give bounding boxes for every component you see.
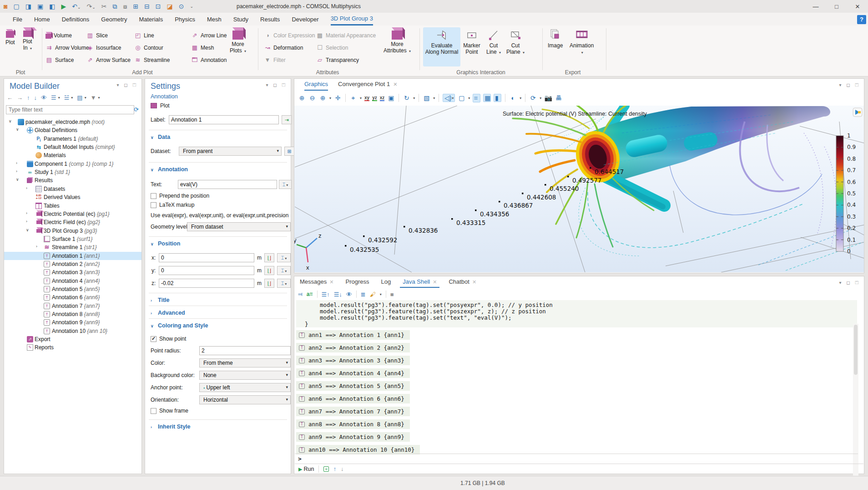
highlight-icon[interactable]: ◪	[167, 3, 173, 10]
scroll-down-icon[interactable]: ☰↓	[334, 291, 342, 298]
command-list-icon[interactable]: ≡	[323, 466, 328, 472]
camera-icon[interactable]: ▣	[387, 94, 395, 102]
history-up-icon[interactable]: ↑	[333, 466, 336, 472]
paste-icon[interactable]: ⧇	[123, 3, 127, 10]
expand-icon[interactable]: ☰	[51, 94, 56, 101]
ribbon-streamline[interactable]: ≋Streamline	[134, 56, 170, 63]
menu-home[interactable]: Home	[34, 16, 50, 23]
dataset-new-icon[interactable]: ⊞	[284, 147, 294, 156]
run-icon[interactable]: ▶	[61, 3, 66, 10]
tree-item-export[interactable]: ⬀Export	[4, 335, 141, 343]
tree-item-component-1[interactable]: ›Component 1 (comp 1) {comp 1}	[4, 160, 141, 168]
tree-item-parameters-1[interactable]: PiParameters 1 {default}	[4, 135, 141, 143]
unit-system-icon[interactable]: ⌶▾	[277, 266, 291, 275]
compact-output-icon[interactable]: ⫤	[298, 291, 303, 298]
copy-icon[interactable]: ⧉	[112, 3, 117, 10]
close-button[interactable]: ✕	[847, 0, 868, 13]
tree-item-annotation-4[interactable]: TAnnotation 4 {ann4}	[4, 277, 141, 285]
latex-markup-checkbox[interactable]: LaTeX markup	[151, 202, 194, 208]
tree-item-tables[interactable]: Tables	[4, 202, 141, 210]
open-file-icon[interactable]: ◨	[25, 3, 31, 10]
ribbon-transparency[interactable]: ▱Transparency	[316, 56, 359, 63]
delete-icon[interactable]: ⊟	[144, 3, 150, 10]
view-xy-icon[interactable]: xy	[364, 95, 369, 101]
show-grid-icon[interactable]: ▦	[483, 94, 491, 102]
tree-item-electric-potential-ec-[interactable]: ›Electric Potential (ec) {pg1}	[4, 210, 141, 218]
clear-shell-icon[interactable]: 🖌	[370, 291, 376, 298]
dock-tab-java-shell[interactable]: Java Shell✕	[400, 276, 439, 288]
show-values-icon[interactable]: a=	[307, 291, 313, 297]
tree-item-pacemaker-electrode-mph[interactable]: ∨pacemaker_electrode.mph (root)	[4, 118, 141, 126]
tree-item-annotation-1[interactable]: TAnnotation 1 {ann1}	[4, 252, 141, 260]
tree-item-materials[interactable]: Materials	[4, 151, 141, 159]
dock-tab-chatbot[interactable]: Chatbot✕	[446, 276, 479, 288]
save-icon[interactable]: ▣	[37, 3, 43, 10]
back-icon[interactable]: ←	[7, 94, 13, 101]
ribbon-plot-button[interactable]: Plot	[5, 29, 15, 46]
model-tree-node-icon[interactable]: ▤	[77, 94, 82, 101]
sound-icon[interactable]: ◁)▾	[443, 94, 455, 102]
filter-icon[interactable]: ▼	[91, 94, 96, 101]
menu-developer[interactable]: Developer	[292, 16, 318, 23]
ribbon-plot-in-button[interactable]: PlotIn ▾	[23, 27, 32, 52]
zoom-box-icon[interactable]: ⊕	[319, 94, 327, 102]
show-frame-checkbox[interactable]: Show frame	[151, 408, 188, 414]
tree-item-annotation-6[interactable]: TAnnotation 6 {ann6}	[4, 293, 141, 301]
print-icon[interactable]: 🖶	[555, 94, 562, 102]
show-icon[interactable]: 👁	[41, 94, 47, 101]
ribbon-annotation[interactable]: 🗔Annotation	[191, 56, 227, 63]
tree-item-electric-field-ec-[interactable]: ›Electric Field (ec) {pg2}	[4, 218, 141, 226]
show-axes-icon[interactable]: ⌗	[473, 94, 480, 102]
ribbon-filter[interactable]: ▼Filter	[264, 56, 286, 63]
show-legend-icon[interactable]: ▮	[494, 94, 501, 102]
help-button[interactable]: ?	[857, 15, 866, 24]
anchor-point-dropdown[interactable]: ▪ Upper left	[199, 383, 291, 392]
dataset-dropdown[interactable]: From parent	[179, 147, 282, 156]
dock-tab-progress[interactable]: Progress	[343, 276, 372, 288]
scene-light-icon[interactable]: ▧	[423, 94, 430, 102]
tree-item-annotation-2[interactable]: TAnnotation 2 {ann2}	[4, 260, 141, 268]
ribbon-isosurface[interactable]: ◈Isosurface	[86, 44, 121, 51]
zoom-extents-icon[interactable]: ✛	[334, 94, 342, 102]
view-yz-icon[interactable]: yz	[372, 95, 377, 101]
menu-geometry[interactable]: Geometry	[101, 16, 127, 23]
move-down-icon[interactable]: ↓	[34, 94, 37, 101]
pos-y-field[interactable]: 0	[159, 266, 254, 275]
snapshot-icon[interactable]: 📷	[544, 94, 552, 102]
range-icon[interactable]: ⌊⌋	[264, 253, 274, 262]
history-down-icon[interactable]: ↓	[341, 466, 343, 472]
java-shell-output[interactable]: model.result("pg3").feature(tag).set("po…	[295, 300, 859, 454]
ribbon-slice[interactable]: ▥Slice	[86, 32, 108, 39]
tree-item-3d-plot-group-3[interactable]: ∨3D Plot Group 3 {pg3}	[4, 227, 141, 235]
select-icon[interactable]: ⊡	[156, 3, 161, 10]
tree-item-annotation-9[interactable]: TAnnotation 9 {ann9}	[4, 318, 141, 327]
section-inherit-style[interactable]: ›Inherit Style	[151, 424, 191, 430]
menu-file[interactable]: File	[13, 16, 22, 23]
wrap-lines-icon[interactable]: ≣	[361, 291, 366, 298]
background-color-dropdown[interactable]: None	[199, 371, 291, 380]
tree-item-annotation-8[interactable]: TAnnotation 8 {ann8}	[4, 310, 141, 318]
tree-item-streamline-1[interactable]: ›≋Streamline 1 {str1}	[4, 243, 141, 251]
tab-3d-plot-group[interactable]: 3D Plot Group 3	[331, 13, 373, 26]
ribbon-animation-button[interactable]: Animation▾	[570, 28, 594, 56]
unit-system-icon[interactable]: ⌶▾	[277, 253, 291, 262]
ribbon-line[interactable]: ◰Line	[134, 32, 154, 39]
save-as-icon[interactable]: ◧	[49, 3, 55, 10]
tree-filter-input[interactable]	[6, 105, 134, 114]
ribbon-contour[interactable]: ◎Contour	[134, 44, 163, 51]
ribbon-mesh[interactable]: ▦Mesh	[191, 44, 214, 51]
zoom-in-icon[interactable]: ⊕	[298, 94, 306, 102]
ribbon-marker-point-button[interactable]: MarkerPoint	[461, 27, 482, 66]
section-position[interactable]: ∨Position	[151, 240, 180, 247]
plot-3d-view[interactable]: 0.6445170.4925770.4552400.4426080.436867…	[294, 106, 864, 272]
ribbon-material-appearance[interactable]: ▩Material Appearance	[316, 32, 376, 39]
menu-mesh[interactable]: Mesh	[207, 16, 222, 23]
point-radius-field[interactable]: 2	[199, 346, 291, 355]
forward-icon[interactable]: →	[17, 94, 23, 101]
ribbon-more-plots-button[interactable]: MorePlots ▾	[230, 27, 246, 55]
menu-study[interactable]: Study	[233, 16, 248, 23]
pos-x-field[interactable]: 0	[159, 253, 254, 262]
tree-item-datasets[interactable]: ›Datasets	[4, 185, 141, 193]
graphics-tab-convergence-plot-1[interactable]: Convergence Plot 1✕	[338, 79, 397, 91]
unit-system-icon[interactable]: ⌶▾	[277, 279, 291, 288]
